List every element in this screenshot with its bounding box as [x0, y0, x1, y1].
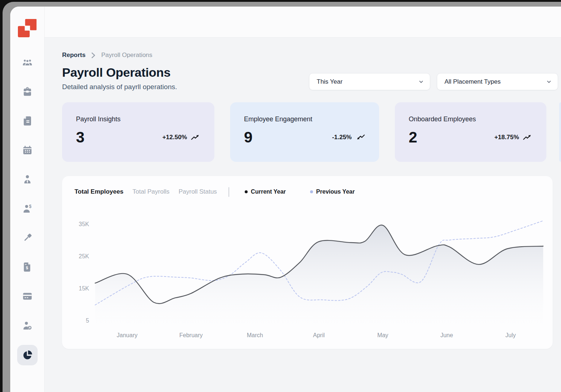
stat-label: Employee Engagement [244, 115, 365, 123]
payee-icon: $ [22, 203, 33, 214]
x-axis-label: June [440, 332, 453, 338]
stat-label: Onboarded Employees [409, 115, 533, 123]
stat-change: +18.75% [494, 134, 519, 141]
invoice-dollar-icon: $ [22, 262, 33, 273]
svg-text:$: $ [29, 204, 31, 209]
legend-current-year[interactable]: Current Year [245, 189, 286, 195]
chevron-down-icon [546, 79, 552, 84]
x-axis-label: May [377, 332, 388, 338]
y-axis-tick: 15K [79, 285, 89, 292]
credit-card-icon [22, 291, 33, 302]
tab-payroll-status[interactable]: Payroll Status [179, 188, 217, 195]
tab-total-employees[interactable]: Total Employees [75, 188, 123, 195]
sidebar-item-calendar[interactable] [21, 144, 34, 156]
line-chart: 35K25K15K5JanuaryFebruaryMarchAprilMayJu… [75, 213, 541, 343]
divider [228, 187, 229, 197]
stat-card-onboarded-employees: Onboarded Employees 2 +18.75% [395, 102, 546, 162]
breadcrumb: Reports Payroll Operations [62, 52, 177, 59]
period-select-value: This Year [317, 78, 343, 85]
chart-header: Total Employees Total Payrolls Payroll S… [75, 186, 541, 198]
sidebar-item-referrals[interactable] [21, 319, 34, 332]
legend-label: Current Year [251, 189, 286, 195]
stat-value: 9 [244, 130, 252, 145]
stat-value: 2 [409, 130, 417, 145]
employee-icon [22, 174, 33, 185]
calendar-icon [22, 145, 33, 156]
user-arrow-icon [22, 320, 33, 331]
team-icon [22, 57, 33, 68]
breadcrumb-current: Payroll Operations [101, 52, 152, 59]
window-frame: $ $ [3, 2, 561, 392]
sidebar-item-briefcase[interactable] [21, 85, 34, 98]
sidebar-item-employee[interactable] [21, 173, 34, 186]
logo-icon [18, 19, 37, 37]
sidebar-item-contracts[interactable] [21, 115, 34, 127]
x-axis-label: March [247, 332, 263, 338]
breadcrumb-reports[interactable]: Reports [62, 52, 85, 59]
pie-chart-icon [22, 349, 33, 361]
stat-change: +12.50% [162, 134, 187, 141]
header-bar [45, 7, 561, 38]
stat-card-payroll-insights: Payroll Insights 3 +12.50% [62, 102, 214, 162]
chevron-down-icon [419, 79, 424, 84]
trending-up-icon [191, 133, 201, 141]
chevron-right-icon [91, 52, 95, 58]
y-axis-tick: 25K [79, 253, 89, 259]
sidebar-item-compliance[interactable] [21, 232, 34, 244]
stats-row: Payroll Insights 3 +12.50% [62, 102, 561, 162]
trending-up-icon [523, 133, 533, 141]
y-axis-tick: 35K [79, 221, 89, 227]
x-axis-label: February [179, 332, 203, 338]
legend-previous-year[interactable]: Previous Year [310, 189, 355, 195]
sidebar: $ $ [10, 7, 45, 392]
page-subtitle: Detailed analysis of payrll operations. [62, 83, 177, 91]
sidebar-nav: $ $ [17, 56, 38, 365]
chart-card: Total Employees Total Payrolls Payroll S… [62, 176, 553, 349]
stat-label: Payroll Insights [76, 115, 201, 123]
svg-text:$: $ [26, 266, 28, 270]
legend-dot [310, 190, 313, 193]
sidebar-item-payments[interactable] [21, 290, 34, 302]
x-axis-label: April [313, 332, 325, 338]
stat-card-employee-engagement: Employee Engagement 9 -1.25% [230, 102, 379, 162]
placement-type-select[interactable]: All Placement Types [437, 73, 558, 90]
stat-card-partial [559, 102, 561, 162]
main-area: Reports Payroll Operations Payroll Opera… [45, 7, 561, 392]
sidebar-item-reports[interactable] [17, 345, 38, 365]
x-axis-label: July [505, 332, 516, 338]
stat-value: 3 [76, 130, 84, 145]
period-select[interactable]: This Year [309, 73, 430, 90]
placement-type-select-value: All Placement Types [444, 78, 501, 85]
legend-dot [245, 190, 248, 193]
chart-legend: Current Year Previous Year [245, 189, 355, 195]
briefcase-icon [22, 86, 33, 97]
content-area: Reports Payroll Operations Payroll Opera… [45, 38, 561, 392]
trending-down-icon [355, 133, 365, 141]
contracts-icon [22, 115, 33, 126]
stat-change: -1.25% [332, 134, 352, 141]
gavel-icon [22, 232, 33, 243]
y-axis-tick: 5 [86, 317, 89, 324]
sidebar-item-payee[interactable]: $ [21, 202, 34, 215]
legend-label: Previous Year [316, 189, 355, 195]
filters: This Year All Placement Types [309, 73, 558, 90]
sidebar-item-invoices[interactable]: $ [21, 261, 34, 273]
app-window: $ $ [10, 7, 561, 392]
sidebar-item-team[interactable] [21, 56, 34, 69]
x-axis-label: January [117, 332, 138, 338]
app-logo[interactable] [18, 19, 37, 37]
page-title: Payroll Operations [62, 65, 177, 80]
tab-total-payrolls[interactable]: Total Payrolls [133, 188, 169, 195]
